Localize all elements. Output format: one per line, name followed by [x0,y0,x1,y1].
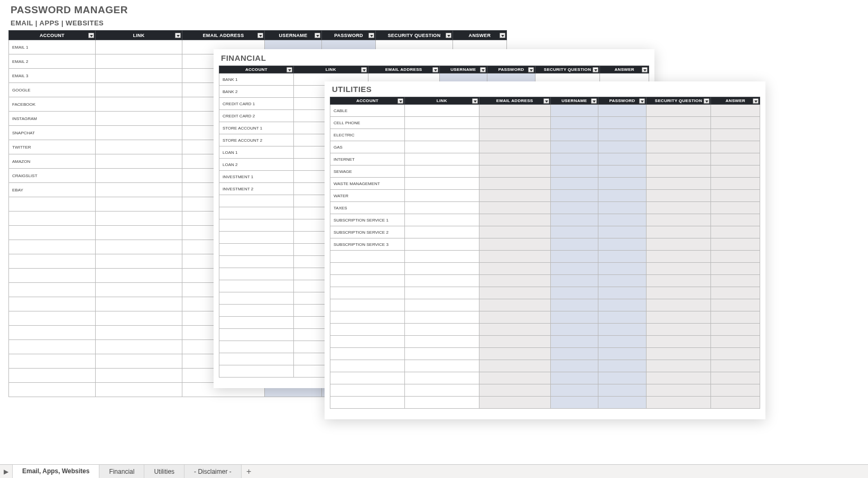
account-cell[interactable]: FACEBOOK [9,97,96,112]
account-cell[interactable] [219,341,294,353]
data-cell[interactable] [96,169,182,183]
data-cell[interactable] [550,372,598,384]
account-cell[interactable] [219,256,294,268]
data-cell[interactable] [479,105,550,117]
filter-dropdown-icon[interactable] [753,98,759,104]
account-cell[interactable] [219,329,294,341]
data-cell[interactable] [404,141,479,153]
data-cell[interactable] [598,263,647,275]
account-cell[interactable] [330,336,405,348]
data-cell[interactable] [404,324,479,336]
column-header-email-address[interactable]: EMAIL ADDRESS [479,97,550,105]
data-cell[interactable] [646,372,711,384]
data-cell[interactable] [550,105,598,117]
data-cell[interactable] [598,153,647,166]
account-cell[interactable] [219,195,294,207]
account-cell[interactable] [9,369,96,383]
data-cell[interactable] [711,324,760,336]
data-cell[interactable] [404,214,479,226]
data-cell[interactable] [404,397,479,409]
filter-dropdown-icon[interactable] [528,67,534,72]
account-cell[interactable] [9,283,96,297]
data-cell[interactable] [404,226,479,238]
data-cell[interactable] [479,129,550,141]
data-cell[interactable] [711,263,760,275]
account-cell[interactable] [330,251,405,263]
account-cell[interactable]: CREDIT CARD 1 [219,98,294,110]
account-cell[interactable] [219,244,294,256]
data-cell[interactable] [479,336,550,348]
account-cell[interactable] [330,348,405,360]
data-cell[interactable] [598,324,647,336]
data-cell[interactable] [711,348,760,360]
data-cell[interactable] [404,190,479,202]
account-cell[interactable] [9,197,96,212]
data-cell[interactable] [711,372,760,384]
data-cell[interactable] [598,226,647,238]
data-cell[interactable] [404,299,479,311]
data-cell[interactable] [598,190,647,202]
column-header-answer[interactable]: ANSWER [600,66,649,73]
account-cell[interactable]: SUBSCRIPTION SERVICE 3 [330,238,405,251]
data-cell[interactable] [96,212,182,226]
data-cell[interactable] [711,299,760,311]
account-cell[interactable]: WATER [330,190,405,202]
filter-dropdown-icon[interactable] [642,67,648,72]
account-cell[interactable]: GOOGLE [9,83,96,97]
column-header-email-address[interactable]: EMAIL ADDRESS [368,66,439,73]
data-cell[interactable] [646,336,711,348]
data-cell[interactable] [598,275,647,287]
account-cell[interactable] [9,340,96,354]
filter-dropdown-icon[interactable] [593,67,598,72]
filter-dropdown-icon[interactable] [500,33,505,38]
account-cell[interactable] [9,269,96,283]
data-cell[interactable] [404,202,479,214]
filter-dropdown-icon[interactable] [446,33,451,38]
data-cell[interactable] [598,251,647,263]
data-cell[interactable] [711,202,760,214]
account-cell[interactable] [219,280,294,292]
account-cell[interactable] [330,263,405,275]
data-cell[interactable] [598,348,647,360]
column-header-link[interactable]: LINK [293,66,368,73]
account-cell[interactable] [9,297,96,311]
column-header-account[interactable]: ACCOUNT [9,31,96,40]
data-cell[interactable] [646,299,711,311]
data-cell[interactable] [598,372,647,384]
column-header-answer[interactable]: ANSWER [711,97,760,105]
data-cell[interactable] [550,324,598,336]
account-cell[interactable]: AMAZON [9,154,96,169]
account-cell[interactable] [330,360,405,372]
data-cell[interactable] [550,202,598,214]
data-cell[interactable] [479,299,550,311]
data-cell[interactable] [479,226,550,238]
data-cell[interactable] [96,40,182,54]
account-cell[interactable] [219,365,294,378]
data-cell[interactable] [404,153,479,166]
account-cell[interactable]: CABLE [330,105,405,117]
account-cell[interactable] [219,219,294,232]
data-cell[interactable] [550,311,598,324]
data-cell[interactable] [479,117,550,129]
data-cell[interactable] [598,166,647,178]
data-cell[interactable] [404,348,479,360]
data-cell[interactable] [479,287,550,299]
data-cell[interactable] [96,354,182,369]
data-cell[interactable] [711,105,760,117]
data-cell[interactable] [711,360,760,372]
account-cell[interactable] [330,275,405,287]
data-cell[interactable] [646,287,711,299]
data-cell[interactable] [404,263,479,275]
column-header-security-question[interactable]: SECURITY QUESTION [376,31,453,40]
data-cell[interactable] [479,311,550,324]
data-cell[interactable] [550,348,598,360]
data-cell[interactable] [711,226,760,238]
data-cell[interactable] [598,384,647,397]
data-cell[interactable] [646,141,711,153]
data-cell[interactable] [404,275,479,287]
data-cell[interactable] [711,129,760,141]
data-cell[interactable] [711,384,760,397]
data-cell[interactable] [646,129,711,141]
account-cell[interactable]: WASTE MANAGEMENT [330,178,405,190]
column-header-password[interactable]: PASSWORD [598,97,647,105]
